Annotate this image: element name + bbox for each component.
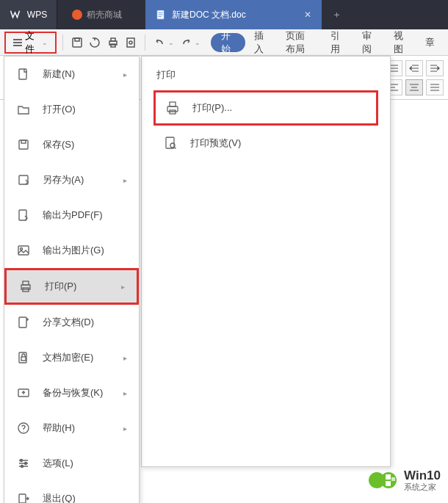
chevron-right-icon: ▸: [123, 176, 127, 184]
wps-home-tab[interactable]: WPS: [0, 0, 57, 29]
menu-item-exportpdf[interactable]: 输出为PDF(F): [4, 198, 139, 233]
svg-rect-28: [170, 102, 176, 106]
menu-item-label: 输出为图片(G): [43, 244, 104, 257]
redo-icon[interactable]: [178, 33, 195, 52]
hamburger-icon: [13, 39, 22, 46]
document-tab-label: 新建DOC 文档.doc: [172, 9, 246, 21]
menu-item-options[interactable]: 选项(L): [4, 446, 139, 481]
menu-item-label: 文档加密(E): [43, 351, 93, 364]
file-button-label: 文件: [25, 29, 39, 56]
svg-rect-8: [19, 69, 26, 79]
menu-item-label: 打印(P): [45, 280, 76, 293]
new-tab-button[interactable]: ＋: [322, 0, 351, 29]
ribbon-tab-reference[interactable]: 引用: [322, 29, 353, 56]
menu-item-encrypt[interactable]: 文档加密(E) ▸: [4, 340, 139, 375]
svg-rect-10: [21, 140, 26, 143]
menu-item-label: 分享文档(D): [43, 316, 94, 329]
preview-icon: [162, 135, 178, 151]
menu-item-open[interactable]: 打开(O): [4, 92, 139, 127]
toolbar-separator: [62, 35, 63, 51]
chevron-right-icon: ▸: [123, 424, 127, 433]
docer-tab[interactable]: 稻壳商城: [57, 0, 137, 29]
ribbon-tab-section[interactable]: 章: [416, 29, 444, 56]
menu-item-saveas[interactable]: 另存为(A) ▸: [4, 162, 139, 198]
menu-item-label: 新建(N): [43, 68, 75, 81]
svg-point-24: [25, 463, 27, 465]
saveas-icon: [16, 173, 31, 187]
svg-rect-6: [127, 38, 134, 47]
undo-icon[interactable]: [151, 33, 167, 52]
ribbon-tab-review[interactable]: 审阅: [353, 29, 385, 56]
svg-rect-35: [386, 481, 391, 486]
watermark-title: Win10: [404, 469, 441, 483]
menu-item-label: 输出为PDF(F): [43, 209, 103, 222]
options-icon: [16, 456, 31, 471]
redo-chevron-icon[interactable]: ⌄: [195, 39, 200, 46]
svg-rect-5: [111, 44, 115, 47]
indent-decrease-button[interactable]: [405, 60, 423, 76]
menu-item-label: 选项(L): [43, 457, 73, 470]
chevron-right-icon: ▸: [123, 70, 127, 79]
ribbon-tab-layout[interactable]: 页面布局: [277, 29, 322, 56]
menu-item-print[interactable]: 打印(P) ▸: [4, 268, 139, 305]
print-icon: [165, 100, 181, 116]
toolbar-separator: [145, 35, 145, 51]
submenu-title: 打印: [153, 68, 378, 82]
autosave-icon[interactable]: [87, 33, 103, 52]
quick-toolbar: 文件 ⌄ ⌄ ⌄ 开始 插入 页面布局 引用 审阅 视图 章: [0, 29, 448, 56]
new-file-icon: [16, 67, 31, 82]
watermark-subtitle: 系统之家: [404, 482, 441, 491]
menu-item-label: 另存为(A): [43, 173, 84, 187]
svg-rect-9: [19, 140, 28, 149]
svg-rect-18: [19, 317, 26, 328]
document-tab[interactable]: 新建DOC 文档.doc ✕: [145, 0, 322, 29]
share-icon: [16, 315, 31, 330]
docer-tab-label: 稻壳商城: [87, 9, 122, 21]
submenu-item-print[interactable]: 打印(P)...: [153, 90, 378, 126]
chevron-right-icon: ▸: [121, 283, 125, 291]
submenu-item-preview[interactable]: 打印预览(V): [153, 126, 378, 161]
close-tab-icon[interactable]: ✕: [304, 10, 311, 20]
ribbon-tab-start[interactable]: 开始: [211, 33, 245, 52]
ribbon-tabs: 开始 插入 页面布局 引用 审阅 视图 章: [211, 29, 444, 56]
backup-icon: [16, 386, 31, 400]
align-justify-button[interactable]: [426, 79, 444, 95]
menu-item-share[interactable]: 分享文档(D): [4, 305, 139, 340]
watermark: Win10 系统之家: [367, 465, 441, 496]
menu-item-new[interactable]: 新建(N) ▸: [4, 57, 139, 92]
ribbon-tab-view[interactable]: 视图: [385, 29, 416, 56]
image-icon: [16, 243, 31, 258]
wps-tab-label: WPS: [27, 10, 47, 20]
menu-item-label: 帮助(H): [43, 421, 75, 435]
submenu-item-label: 打印(P)...: [192, 101, 232, 115]
svg-rect-1: [73, 38, 82, 47]
menu-item-help[interactable]: 帮助(H) ▸: [4, 410, 139, 446]
align-center-button[interactable]: [405, 79, 423, 95]
docer-icon: [72, 10, 82, 20]
indent-increase-button[interactable]: [426, 60, 444, 76]
print-icon[interactable]: [104, 33, 120, 52]
wps-logo-icon: [10, 10, 23, 20]
svg-rect-12: [19, 210, 26, 220]
chevron-down-icon: ⌄: [42, 39, 48, 46]
save-icon: [16, 137, 31, 152]
undo-chevron-icon[interactable]: ⌄: [168, 39, 174, 46]
document-icon: [156, 10, 166, 20]
file-menu-button[interactable]: 文件 ⌄: [4, 32, 57, 54]
svg-rect-20: [21, 357, 26, 361]
preview-icon[interactable]: [123, 33, 139, 52]
svg-rect-26: [19, 494, 26, 503]
menu-item-backup[interactable]: 备份与恢复(K) ▸: [4, 375, 139, 410]
ribbon-tab-insert[interactable]: 插入: [245, 29, 277, 56]
pdf-icon: [16, 208, 31, 222]
menu-item-exportimage[interactable]: 输出为图片(G): [4, 233, 139, 268]
svg-point-7: [129, 41, 132, 44]
chevron-right-icon: ▸: [123, 389, 127, 397]
save-icon[interactable]: [68, 33, 84, 52]
svg-rect-2: [75, 38, 79, 41]
menu-item-save[interactable]: 保存(S): [4, 127, 139, 162]
menu-item-exit[interactable]: 退出(Q): [4, 481, 139, 503]
open-icon: [16, 102, 31, 117]
svg-rect-36: [391, 477, 395, 481]
svg-point-23: [21, 460, 23, 462]
